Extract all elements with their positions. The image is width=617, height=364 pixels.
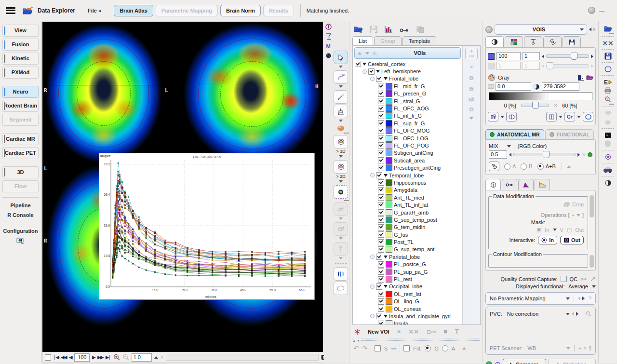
collapse-triangle-icon[interactable] (384, 285, 388, 288)
voi-tree-row-ant_tl_inf_lat[interactable]: Ant_TL_inf_lat (354, 201, 462, 208)
mask-dropdown-icon[interactable] (553, 229, 557, 231)
annotations-dropdown-icon[interactable] (577, 116, 581, 118)
record-target-icon[interactable] (605, 152, 611, 161)
voi-color-swatch[interactable] (386, 142, 392, 149)
show-a-radio[interactable] (504, 163, 510, 170)
prev-panel-icon[interactable] (589, 27, 591, 31)
first-frame-button[interactable]: │◀ (54, 355, 59, 360)
voi-color-swatch[interactable] (386, 276, 392, 283)
voi-color-swatch[interactable] (386, 187, 392, 193)
brain-segments-tool[interactable] (334, 267, 348, 281)
layer1-value1-input[interactable]: 100 (496, 52, 521, 60)
terminal-icon[interactable]: >_ (604, 131, 612, 139)
voi-statistics-icon[interactable] (384, 26, 393, 33)
brain-outline-tool[interactable] (334, 282, 348, 295)
panel-menu-sphere-icon[interactable] (485, 26, 493, 33)
footer-collapse-icon[interactable] (462, 347, 466, 350)
tab-voi-link[interactable] (502, 179, 517, 190)
tab-display[interactable] (485, 36, 504, 47)
voi-tree-row-subcall_area[interactable]: Subcall_area (354, 157, 462, 164)
voi-color-swatch[interactable] (386, 105, 392, 112)
tab-capture[interactable] (563, 36, 581, 47)
capture-region-icon[interactable] (604, 65, 612, 73)
dark-sphere-icon[interactable] (325, 53, 332, 59)
voi-tree-row-presubgen_antcing[interactable]: Presubgen_antCing (354, 164, 462, 171)
voi-tree-row-occipital_lobe[interactable]: Occipital_lobe (354, 283, 462, 290)
voi-color-swatch[interactable] (386, 112, 392, 119)
interactive-in-button[interactable]: In (538, 236, 557, 244)
sidebar-item-cardiac-pet[interactable]: Cardiac PET (2, 147, 39, 159)
voi-color-swatch[interactable] (386, 269, 392, 275)
load-icon[interactable] (604, 25, 612, 33)
voi-color-swatch[interactable] (386, 157, 392, 164)
voi-color-swatch[interactable] (386, 291, 392, 297)
voi-tree-row-insula[interactable]: Insula (354, 320, 462, 324)
fill-g-radio[interactable] (425, 345, 431, 351)
vois-combo-dropdown-icon[interactable] (580, 28, 584, 31)
displayed-functional-dropdown-icon[interactable] (592, 285, 596, 288)
hand-draw-tool[interactable] (334, 70, 348, 84)
grid-dropdown-icon[interactable] (559, 116, 563, 118)
fast-back-button[interactable]: ◀◀ (61, 355, 67, 360)
voi-tree-row-fl_ofc_pog[interactable]: FL_OFC_POG (354, 142, 462, 149)
voi-tree-row-pl_postce_g[interactable]: PL_postce_G (354, 261, 462, 268)
voi-checkbox[interactable] (378, 150, 384, 156)
marker-glass-icon[interactable] (325, 33, 332, 40)
gradient-bar[interactable] (489, 92, 592, 100)
tab-layout[interactable] (505, 36, 523, 47)
voi-color-swatch[interactable] (386, 127, 392, 134)
mix-slider-left-icon[interactable] (509, 153, 511, 157)
brain-slice-top-right[interactable] (183, 23, 321, 165)
zoom-up-button[interactable] (154, 356, 158, 359)
voi-color-swatch[interactable] (386, 216, 392, 223)
voi-color-swatch[interactable] (386, 149, 392, 156)
voi-color-swatch[interactable] (386, 224, 392, 230)
delete-voi-icon[interactable]: × (469, 64, 473, 70)
interactive-out-button[interactable]: Out (560, 236, 584, 244)
show-b-radio[interactable] (521, 163, 527, 170)
collapse-triangle-icon[interactable] (384, 174, 388, 177)
voi-checkbox[interactable] (378, 179, 384, 186)
print-icon[interactable] (604, 86, 612, 95)
voi-color-swatch[interactable] (386, 98, 392, 105)
voi-tree-row-fl_precen_g[interactable]: FL_precen_G (354, 90, 462, 97)
sidebar-item-rodent-brain[interactable]: Rodent Brain (2, 100, 39, 112)
tab-voi-tools[interactable] (485, 179, 501, 190)
tab-voi-curves[interactable] (535, 179, 550, 190)
voi-checkbox[interactable] (355, 61, 361, 67)
voi-checkbox[interactable] (378, 187, 384, 193)
voi-checkbox[interactable] (378, 298, 384, 305)
pvc-dropdown-icon[interactable] (566, 313, 570, 315)
thumbnails-button[interactable] (488, 112, 498, 121)
fill-checkbox[interactable] (403, 345, 410, 351)
voi-checkbox[interactable] (376, 283, 382, 290)
voi-tree-row-g_sup_temp_ant[interactable]: G_sup_temp_ant (354, 246, 462, 253)
contrast-ball-icon[interactable] (533, 83, 540, 90)
image-viewer[interactable]: R L H L R 15.025.035.045.055.065.079.259… (42, 22, 323, 352)
voi-tree-row-fl_mid_fr_g[interactable]: FL_mid_fr_G (354, 82, 462, 90)
data-mod-scrollbar[interactable] (590, 195, 594, 217)
voi-tree-row-g_sup_temp_post[interactable]: G_sup_temp_post (354, 216, 462, 223)
sidebar-item-neuro[interactable]: Neuro (2, 86, 39, 98)
voi-checkbox[interactable] (368, 68, 375, 75)
voi-color-swatch[interactable] (386, 120, 392, 127)
hand-tool-dropdown-icon[interactable] (339, 85, 343, 88)
voi-tree-row-pl_rest[interactable]: PL_rest (354, 275, 462, 283)
brush-tool-dropdown-icon[interactable] (339, 120, 343, 122)
sidebar-item-pipeline[interactable]: Pipeline (0, 202, 41, 208)
contour-mod-scrollbar[interactable] (590, 255, 594, 268)
contrast-icon[interactable] (605, 178, 611, 187)
voi-tree-row-cerebral_cortex[interactable]: Cerebral_cortex (354, 60, 462, 67)
view-3d-button[interactable] (506, 112, 517, 121)
sidebar-item-3d[interactable]: 3D (2, 166, 39, 178)
voi-tree-row-temporal_lobe[interactable]: Temporal_lobe (354, 172, 462, 179)
voi-checkbox[interactable] (378, 216, 384, 223)
min-value-input[interactable]: 0.0 (496, 82, 531, 91)
voi-tree-row-ant_tl_med[interactable]: Ant_TL_med (354, 194, 462, 201)
sync-views-button[interactable] (489, 162, 499, 171)
voi-tree-row-ol_cuneus[interactable]: OL_cuneus (354, 305, 462, 312)
voi-tree-row-g_parah_amb[interactable]: G_paraH_amb (354, 209, 462, 216)
voi-tree-row-ol_ling_g[interactable]: OL_ling_G (354, 298, 462, 305)
new-voi-label[interactable]: New VOI (368, 329, 389, 335)
frame-progress-track[interactable] (166, 354, 319, 361)
